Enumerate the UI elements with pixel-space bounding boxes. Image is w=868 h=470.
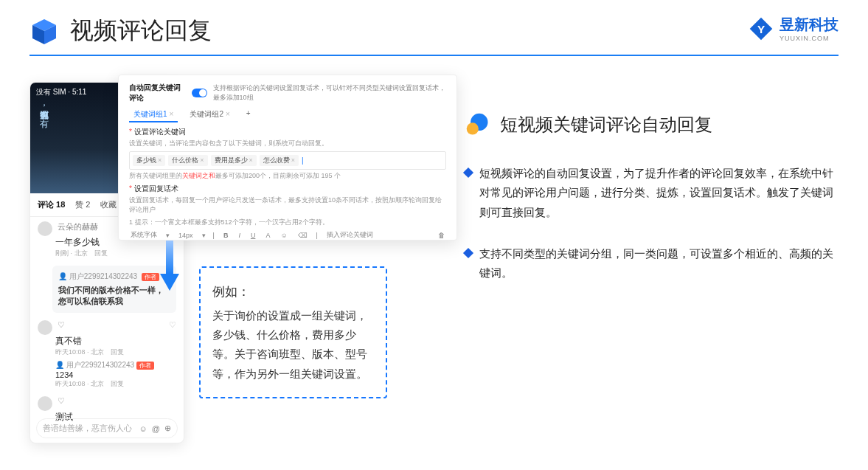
emoji-icon[interactable]: ☺ — [279, 232, 288, 239]
example-callout: 例如： 关于询价的设置成一组关键词，多少钱、什么价格，费用多少等。关于咨询班型、… — [199, 266, 387, 398]
input-cursor: | — [302, 156, 304, 165]
chat-bubble-icon — [465, 111, 491, 138]
svg-point-8 — [467, 122, 479, 134]
clear-icon[interactable]: ⌫ — [296, 232, 309, 239]
reply-meta: 昨天10:08 · 北京 回复 — [55, 379, 176, 389]
reply-body: 我们不同的版本价格不一样，您可以私信联系我 — [58, 285, 170, 307]
keyword-group-tab-1[interactable]: 关键词组1× — [129, 108, 178, 122]
description-column: 短视频关键词评论自动回复 短视频评论的自动回复设置，为了提升作者的评论回复效率，… — [465, 75, 839, 305]
feature-bullet: 短视频评论的自动回复设置，为了提升作者的评论回复效率，在系统中针对常见的评论用户… — [465, 164, 839, 222]
tab-fav[interactable]: 收藏 — [100, 199, 117, 210]
underline-icon[interactable]: U — [249, 232, 257, 239]
bold-icon[interactable]: B — [222, 232, 230, 239]
author-badge: 作者 — [136, 362, 154, 370]
reply-label: 设置回复话术 — [129, 184, 446, 194]
insert-keyword-button[interactable]: 插入评论关键词 — [325, 230, 375, 240]
close-icon[interactable]: × — [170, 110, 174, 118]
color-icon[interactable]: A — [264, 232, 271, 239]
close-icon[interactable]: × — [226, 110, 230, 118]
gift-icon[interactable]: ⊕ — [164, 424, 171, 433]
cube-icon — [29, 16, 59, 46]
switch-description: 支持根据评论的关键词设置回复话术，可以针对不同类型关键词设置回复话术，最多添加1… — [213, 83, 446, 103]
header-divider — [29, 55, 839, 56]
keyword-label: 设置评论关键词 — [129, 127, 446, 137]
avatar — [38, 396, 52, 411]
bullet-text: 支持不同类型的关键词分组，同一类问题，可设置多个相近的、高频的关键词。 — [479, 244, 839, 283]
illustration-column: 没有 SIM · 5:11 有笑也有泪，有 评论 18 赞 2 收藏 云朵的赫赫… — [29, 75, 420, 305]
add-group-tab[interactable]: + — [242, 108, 255, 122]
video-caption: 有笑也有泪，有 — [38, 103, 50, 112]
keyword-settings-panel: 自动回复关键词评论 支持根据评论的关键词设置回复话术，可以针对不同类型关键词设置… — [118, 75, 457, 241]
example-body: 关于询价的设置成一组关键词，多少钱、什么价格，费用多少等。关于咨询班型、版本、型… — [212, 306, 374, 384]
svg-marker-6 — [160, 274, 179, 291]
fontsize-select[interactable]: 14px — [177, 232, 195, 239]
auto-reply-bubble: 👤 用户2299214302243 作者 我们不同的版本价格不一样，您可以私信联… — [52, 266, 176, 313]
delete-icon[interactable]: 🗑 — [437, 232, 446, 239]
editor-toolbar: 系统字体▾ 14px▾ | B I U A ☺ ⌫ | 插入评论关键词 🗑 — [129, 230, 446, 240]
comment-meta: 昨天10:08 · 北京 回复 — [55, 348, 176, 357]
svg-text:Y: Y — [757, 22, 765, 35]
at-icon[interactable]: @ — [152, 424, 160, 433]
page-header: 视频评论回复 Y 昱新科技 YUUXIN.COM — [0, 0, 868, 55]
italic-icon[interactable]: I — [237, 232, 242, 239]
reply-body: 1234 — [55, 370, 176, 379]
example-title: 例如： — [212, 281, 374, 303]
commenter-name: 云朵的赫赫 — [58, 222, 98, 231]
commenter-name: ♡ — [58, 396, 65, 405]
brand-icon: Y — [749, 16, 774, 41]
feature-bullet: 支持不同类型的关键词分组，同一类问题，可设置多个相近的、高频的关键词。 — [465, 244, 839, 283]
keyword-group-tab-2[interactable]: 关键词组2× — [185, 108, 234, 122]
brand-name-en: YUUXIN.COM — [780, 35, 839, 42]
font-select[interactable]: 系统字体 — [129, 230, 159, 240]
emoji-icon[interactable]: ☺ — [139, 424, 147, 433]
comment-input[interactable]: 善语结善缘，恶言伤人心 ☺ @ ⊕ — [36, 418, 178, 438]
diamond-icon — [463, 167, 473, 178]
keyword-tag: 怎么收费× — [260, 155, 299, 166]
reply-hint-2: 1 提示：一个富文本框最多支持512个字符，一个汉字占用2个字符。 — [129, 218, 446, 227]
tags-count-hint: 所有关键词组里的关键词之和最多可添加200个，目前剩余可添加 195 个 — [129, 171, 446, 181]
keyword-hint: 设置关键词，当评论里内容包含了以下关键词，则系统可自动回复。 — [129, 139, 446, 148]
auto-reply-switch-label: 自动回复关键词评论 — [129, 83, 186, 103]
avatar — [38, 320, 52, 335]
keyword-tags-input[interactable]: 多少钱× 什么价格× 费用是多少× 怎么收费× | — [129, 151, 446, 170]
page-title: 视频评论回复 — [70, 15, 212, 47]
commenter-name: ♡ — [58, 320, 65, 329]
brand-name-cn: 昱新科技 — [780, 15, 839, 35]
arrow-icon — [159, 241, 181, 292]
auto-reply-switch[interactable] — [192, 89, 207, 97]
brand-logo: Y 昱新科技 YUUXIN.COM — [749, 15, 839, 42]
svg-rect-5 — [166, 241, 173, 274]
keyword-tag: 费用是多少× — [211, 155, 257, 166]
tab-comments[interactable]: 评论 18 — [38, 199, 65, 210]
comment-item: ♡ ♡ 真不错 昨天10:08 · 北京 回复 👤 用户229921430224… — [38, 320, 176, 389]
reply-user: 👤 用户2299214302243 — [58, 272, 137, 280]
comment-text: 真不错 — [55, 335, 176, 348]
keyword-tag: 多少钱× — [133, 155, 165, 166]
keyword-tag: 什么价格× — [168, 155, 207, 166]
avatar — [38, 221, 52, 236]
bullet-text: 短视频评论的自动回复设置，为了提升作者的评论回复效率，在系统中针对常见的评论用户… — [479, 164, 839, 222]
tab-likes[interactable]: 赞 2 — [75, 199, 90, 210]
like-icon[interactable]: ♡ — [169, 320, 176, 330]
reply-hint: 设置回复话术，每回复一个用户评论只发送一条话术，最多支持设置10条不同话术，按照… — [129, 196, 446, 215]
diamond-icon — [463, 248, 473, 258]
feature-title: 短视频关键词评论自动回复 — [500, 113, 712, 136]
author-badge: 作者 — [142, 273, 159, 281]
